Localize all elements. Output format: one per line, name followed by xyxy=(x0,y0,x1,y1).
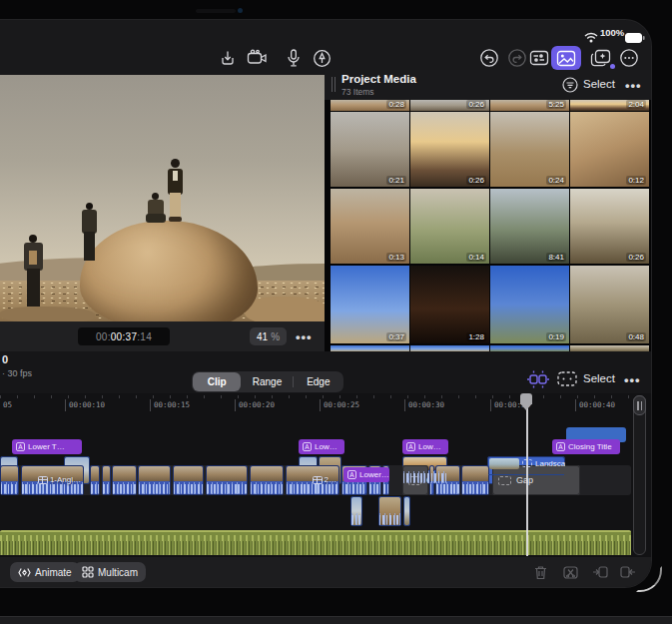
multicam-clip[interactable]: 2… xyxy=(286,465,339,495)
media-thumbnail[interactable]: 8:41 xyxy=(490,189,569,264)
connect-button[interactable] xyxy=(620,564,636,580)
import-button[interactable] xyxy=(216,46,240,70)
multicam-button[interactable]: Multicam xyxy=(74,562,146,582)
multicam-grid-icon xyxy=(82,566,94,578)
timeline-clip[interactable] xyxy=(206,465,248,495)
clip-duration: 5:25 xyxy=(546,100,566,109)
insert-button[interactable] xyxy=(592,564,608,580)
redo-button[interactable] xyxy=(505,46,529,70)
media-thumbnail[interactable]: 0:26 xyxy=(410,112,489,187)
animate-icon xyxy=(18,567,31,578)
connected-clip[interactable] xyxy=(403,496,410,526)
ruler-label: 00:00:20 xyxy=(235,399,275,411)
time-ruler[interactable]: 05 00:00:10 00:00:15 00:00:20 00:00:25 0… xyxy=(0,393,651,417)
media-browser-button[interactable] xyxy=(551,46,581,70)
timecode-display[interactable]: 00:00:37:14 xyxy=(78,327,170,345)
surface-edge xyxy=(0,616,672,624)
mode-clip[interactable]: Clip xyxy=(193,372,241,391)
timeline-header: 0 · 30 fps Clip Range Edge Select ••• xyxy=(0,351,651,393)
clip-duration: 0:24 xyxy=(546,176,566,185)
media-thumbnail[interactable]: 0:26 xyxy=(570,189,649,264)
media-thumbnail[interactable]: 0:26 xyxy=(410,100,489,111)
viewer[interactable] xyxy=(0,75,325,321)
media-thumbnail[interactable]: 0:19 xyxy=(490,266,569,343)
audio-track[interactable] xyxy=(0,530,631,555)
media-thumbnail[interactable]: 5:25 xyxy=(490,100,569,111)
gap-icon xyxy=(498,476,511,485)
panel-grab-handle[interactable] xyxy=(332,77,336,92)
gap-clip[interactable]: Gap xyxy=(492,465,580,495)
media-thumbnail[interactable]: 0:21 xyxy=(331,112,409,187)
media-thumbnail[interactable]: 2:04 xyxy=(570,100,649,111)
screen: 100% xyxy=(0,20,651,587)
connected-clip[interactable] xyxy=(350,496,362,526)
effects-button[interactable] xyxy=(586,46,614,70)
timeline-select-button[interactable]: Select xyxy=(583,372,615,384)
viewer-more-button[interactable]: ••• xyxy=(296,329,313,344)
timeline-clip[interactable] xyxy=(461,465,489,495)
timeline: 05 00:00:10 00:00:15 00:00:20 00:00:25 0… xyxy=(0,393,651,557)
media-thumbnail[interactable]: 0:24 xyxy=(490,112,569,187)
ruler-label: 00:00:10 xyxy=(65,399,105,411)
timeline-clip[interactable] xyxy=(0,465,19,495)
title-label: Low… xyxy=(315,442,337,451)
media-thumbnail[interactable]: 0:12 xyxy=(570,112,649,187)
overwrite-tool-icon[interactable] xyxy=(556,369,578,392)
device-corner-highlight xyxy=(636,566,662,592)
select-button[interactable]: Select xyxy=(583,78,615,90)
playhead[interactable] xyxy=(526,395,528,556)
person-silhouette xyxy=(168,159,184,223)
bottom-toolbar: Animate Multicam xyxy=(0,557,651,587)
camera-button[interactable] xyxy=(246,46,270,70)
media-panel: Project Media 73 Items Select ••• 0:28 0… xyxy=(325,70,651,351)
media-thumbnail[interactable]: 1:28 xyxy=(410,266,489,343)
mode-range[interactable]: Range xyxy=(243,372,291,391)
zoom-unit: % xyxy=(271,331,280,342)
title-icon: A xyxy=(16,442,25,451)
timeline-clip[interactable] xyxy=(102,465,111,495)
clip-duration: 0:13 xyxy=(386,253,406,262)
media-thumbnail[interactable]: 0:14 xyxy=(410,189,489,264)
timeline-clip[interactable] xyxy=(112,465,137,495)
track-scroll-track[interactable] xyxy=(633,395,646,555)
zoom-level-button[interactable]: 41 % xyxy=(250,327,287,345)
clip-duration: 2:04 xyxy=(626,100,646,109)
clip-duration: 0:48 xyxy=(626,332,646,341)
more-button[interactable] xyxy=(617,46,641,70)
undo-button[interactable] xyxy=(477,46,501,70)
jog-wheel-icon[interactable] xyxy=(526,368,550,394)
title-clip[interactable]: A Low… xyxy=(402,439,448,454)
clip-duration: 0:28 xyxy=(386,100,406,109)
mode-edge[interactable]: Edge xyxy=(295,372,342,391)
filter-icon[interactable] xyxy=(562,77,578,97)
timeline-clip[interactable] xyxy=(173,465,204,495)
person-silhouette xyxy=(82,203,98,263)
microphone-button[interactable] xyxy=(282,46,306,70)
animate-button[interactable]: Animate xyxy=(10,562,80,582)
timeline-clip[interactable] xyxy=(138,465,171,495)
title-label: Lower… xyxy=(359,470,389,479)
media-thumbnail[interactable]: 0:28 xyxy=(331,100,409,111)
inspector-button[interactable] xyxy=(527,46,551,70)
multicam-label: Multicam xyxy=(98,567,138,578)
title-clip[interactable]: A Lower T… xyxy=(12,439,82,454)
connected-clip[interactable] xyxy=(378,496,401,526)
media-thumbnail[interactable]: 0:13 xyxy=(331,189,409,264)
media-thumbnail[interactable]: 0:37 xyxy=(331,266,409,343)
timeline-clip[interactable] xyxy=(250,465,284,495)
timeline-more-button[interactable]: ••• xyxy=(624,372,641,387)
clip-duration: 0:26 xyxy=(626,253,646,262)
title-clip[interactable]: A Lower… xyxy=(343,467,389,482)
split-button[interactable] xyxy=(562,564,578,580)
delete-button[interactable] xyxy=(532,564,548,580)
title-clip[interactable]: A Low… xyxy=(299,439,344,454)
title-clip-closing[interactable]: A Closing Title xyxy=(552,439,620,454)
multicam-clip[interactable]: 1-Angl… xyxy=(21,465,84,495)
panel-more-button[interactable]: ••• xyxy=(625,78,642,93)
track-scroll-handle[interactable] xyxy=(633,395,646,415)
media-thumbnail[interactable]: 0:48 xyxy=(570,266,649,343)
pencil-button[interactable] xyxy=(310,46,334,70)
title-label: Closing Title xyxy=(568,442,612,451)
edit-mode-segmented: Clip Range Edge xyxy=(192,371,343,392)
timeline-clip[interactable] xyxy=(90,465,100,495)
